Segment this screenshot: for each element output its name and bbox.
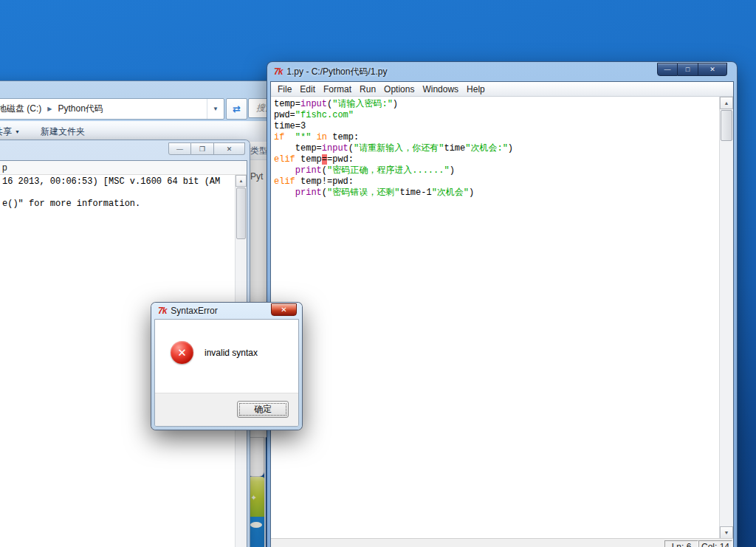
cloud-shape [250, 522, 262, 528]
close-icon: ✕ [281, 306, 286, 314]
maximize-button[interactable]: ❐ [191, 142, 214, 155]
close-button[interactable]: ✕ [698, 63, 727, 76]
code-line: time=3 [274, 121, 720, 132]
close-button[interactable]: ✕ [271, 303, 297, 316]
editor-scrollbar[interactable]: ▲ ▼ [719, 97, 733, 539]
ok-button[interactable]: 确定 [237, 401, 289, 418]
breadcrumb-drive[interactable]: 地磁盘 (C:) [0, 103, 41, 115]
shell-output-line [2, 188, 220, 199]
syntax-error-dialog: 7k SyntaxError ✕ ✕ invalid syntax 确定 [151, 303, 302, 430]
editor-titlebar[interactable]: 7k 1.py - C:/Python代码/1.py — □ ✕ [267, 62, 737, 81]
refresh-icon: ⇄ [233, 103, 241, 114]
breadcrumb[interactable]: 地磁盘 (C:) ▶ Python代码 ▼ [0, 98, 224, 120]
status-col-cell: Col: 14 [698, 540, 732, 547]
editor-title: 1.py - C:/Python代码/1.py [286, 66, 387, 78]
refresh-button[interactable]: ⇄ [226, 98, 247, 120]
column-header-type[interactable]: 类型 [250, 145, 268, 157]
sparkle-icon: ✦ [250, 493, 257, 503]
editor-code: temp=input("请输入密码:")pwd="fishc.com"time=… [271, 97, 720, 199]
shell-output: 16 2013, 00:06:53) [MSC v.1600 64 bit (A… [2, 176, 220, 210]
menu-item-file[interactable]: File [278, 84, 292, 94]
shell-menubar: p [0, 161, 247, 175]
code-line: temp=input("请重新输入，你还有"time"次机会:") [274, 143, 720, 154]
editor-window-controls: — □ ✕ [657, 63, 727, 76]
code-line: elif temp==pwd: [274, 154, 720, 165]
editor-scrollbar-thumb[interactable] [721, 110, 732, 141]
dialog-title: SyntaxError [171, 306, 217, 316]
shell-output-line: e()" for more information. [2, 199, 220, 210]
focus-rect [239, 403, 286, 416]
shell-output-line: 16 2013, 00:06:53) [MSC v.1600 64 bit (A… [2, 176, 220, 188]
scroll-down-icon[interactable]: ▼ [720, 526, 733, 539]
folder-icon: ✦ [247, 477, 264, 517]
idle-editor-window: 7k 1.py - C:/Python代码/1.py — □ ✕ FileEdi… [267, 62, 737, 547]
code-line: print("密码错误，还剩"time-1"次机会") [274, 188, 720, 199]
code-line: print("密码正确，程序进入......") [274, 165, 720, 176]
code-line: if "*" in temp: [274, 132, 720, 143]
editor-statusbar: Ln: 6 Col: 14 [271, 538, 733, 547]
minimize-button[interactable]: — [168, 142, 191, 155]
tk-icon: 7k [274, 66, 282, 77]
close-button[interactable]: ✕ [214, 142, 245, 155]
menu-item-options[interactable]: Options [384, 84, 414, 94]
tk-icon: 7k [158, 306, 166, 316]
menu-item-edit[interactable]: Edit [300, 84, 315, 94]
breadcrumb-folder[interactable]: Python代码 [58, 103, 103, 115]
code-line: elif temp!=pwd: [274, 176, 720, 188]
menu-item-run[interactable]: Run [360, 84, 376, 94]
menu-item-help[interactable]: Help [467, 84, 485, 94]
status-line-cell: Ln: 6 [664, 540, 698, 547]
code-line: temp=input("请输入密码:") [274, 99, 720, 110]
share-dropdown-icon: ▼ [15, 129, 20, 134]
scroll-up-icon[interactable]: ▲ [236, 175, 247, 187]
explorer-scrollbar-thumb[interactable] [247, 437, 264, 477]
maximize-button[interactable]: □ [678, 63, 698, 76]
breadcrumb-dropdown-icon[interactable]: ▼ [207, 99, 224, 119]
file-type-cell: Pyt [250, 171, 263, 182]
toolbar-new-folder-button[interactable]: 新建文件夹 [41, 125, 85, 138]
breadcrumb-arrow-icon: ▶ [47, 106, 52, 112]
code-line: pwd="fishc.com" [274, 110, 720, 121]
error-x-icon: ✕ [177, 346, 187, 359]
menu-item-windows[interactable]: Windows [422, 84, 458, 94]
editor-menubar: FileEditFormatRunOptionsWindowsHelp [271, 82, 733, 97]
shell-window-controls: — ❐ ✕ [168, 142, 245, 155]
shell-menu-help-partial[interactable]: p [2, 162, 7, 173]
editor-text-area[interactable]: temp=input("请输入密码:")pwd="fishc.com"time=… [271, 97, 720, 539]
desktop-sliver [247, 517, 264, 547]
toolbar-share-button[interactable]: 共享 [0, 125, 12, 138]
dialog-body: ✕ invalid syntax 确定 [154, 319, 299, 427]
editor-body: FileEditFormatRunOptionsWindowsHelp temp… [270, 81, 734, 547]
minimize-button[interactable]: — [657, 63, 678, 76]
error-icon: ✕ [171, 341, 193, 364]
scroll-up-icon[interactable]: ▲ [720, 97, 733, 109]
menu-item-format[interactable]: Format [323, 84, 351, 94]
shell-scrollbar-thumb[interactable] [236, 188, 246, 239]
desktop[interactable]: 地磁盘 (C:) ▶ Python代码 ▼ ⇄ 搜索 共享 ▼ 新建文件夹 类型… [0, 0, 756, 547]
dialog-message: invalid syntax [205, 348, 258, 358]
